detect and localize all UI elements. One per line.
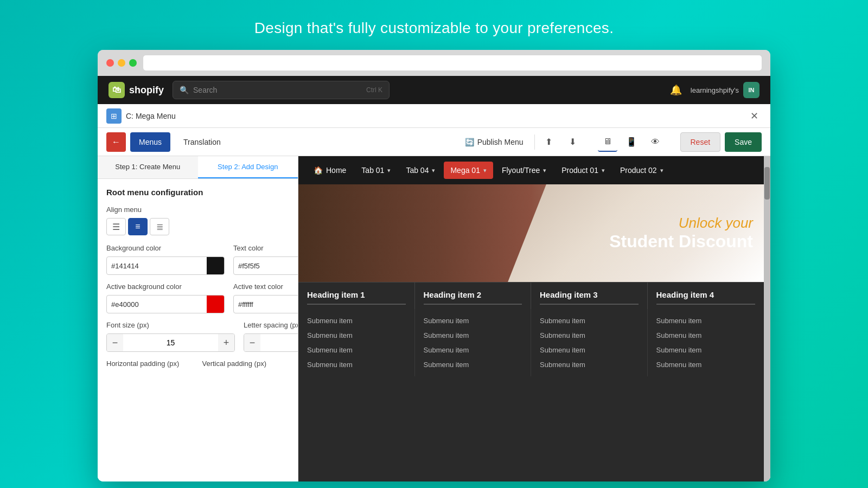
list-item[interactable]: Submenu item <box>424 357 522 372</box>
nav-mega01[interactable]: Mega 01 ▾ <box>444 162 493 179</box>
align-right-btn[interactable]: ≣ <box>150 218 169 235</box>
app-title: C: Mega Menu <box>126 112 176 120</box>
list-item[interactable]: Submenu item <box>540 328 639 343</box>
columns-body: Submenu item Submenu item Submenu item S… <box>298 309 764 376</box>
save-button[interactable]: Save <box>725 132 762 152</box>
nav-tab04-label: Tab 04 <box>406 166 429 175</box>
back-button[interactable]: ← <box>106 132 126 152</box>
align-center-btn[interactable]: ≡ <box>128 218 148 235</box>
active-text-input-wrap <box>233 295 298 313</box>
nav-product02-chevron: ▾ <box>660 167 663 174</box>
search-bar[interactable]: 🔍 Search Ctrl K <box>173 81 390 99</box>
search-placeholder: Search <box>193 86 217 94</box>
font-size-decrement[interactable]: − <box>107 333 123 352</box>
step2-tab[interactable]: Step 2: Add Design <box>198 156 298 178</box>
nav-home-label: Home <box>326 166 346 175</box>
list-item[interactable]: Submenu item <box>307 328 406 343</box>
col-body-1: Submenu item Submenu item Submenu item S… <box>298 309 415 376</box>
search-icon: 🔍 <box>180 86 189 94</box>
list-item[interactable]: Submenu item <box>424 328 522 343</box>
tab-translation[interactable]: Translation <box>175 132 229 152</box>
nav-flyout-chevron: ▾ <box>543 167 546 174</box>
nav-flyout[interactable]: Flyout/Tree ▾ <box>495 162 553 179</box>
upload-icon-btn[interactable]: ⬆ <box>539 132 559 152</box>
col-heading-3: Heading item 3 <box>531 282 648 309</box>
bg-color-swatch[interactable] <box>207 256 224 275</box>
font-size-input[interactable] <box>123 338 218 347</box>
preview-scrollbar[interactable] <box>764 156 770 481</box>
toolbar-divider <box>534 134 535 150</box>
step1-tab[interactable]: Step 1: Create Menu <box>98 156 198 178</box>
user-name: learningshpify's <box>691 86 739 94</box>
number-row-1: Font size (px) − + Letter spacing (px) − <box>106 321 289 352</box>
nav-product01-label: Product 01 <box>561 166 598 175</box>
list-item[interactable]: Submenu item <box>307 357 406 372</box>
bg-color-input-wrap <box>106 256 225 275</box>
preview-nav: 🏠 Home Tab 01 ▾ Tab 04 ▾ Mega 01 <box>298 156 764 184</box>
shopify-logo: 🛍 shopify <box>108 82 164 98</box>
font-size-increment[interactable]: + <box>218 333 234 352</box>
preview-view-btn[interactable]: 👁 <box>646 132 665 152</box>
active-bg-swatch[interactable] <box>207 295 224 313</box>
list-item[interactable]: Submenu item <box>540 357 639 372</box>
dot-green[interactable] <box>129 59 137 67</box>
browser-window: 🛍 shopify 🔍 Search Ctrl K 🔔 learningshpi… <box>98 50 770 481</box>
bg-color-field: Background color <box>106 244 225 275</box>
shopify-topbar: 🛍 shopify 🔍 Search Ctrl K 🔔 learningshpi… <box>98 76 770 104</box>
reset-button[interactable]: Reset <box>680 132 721 152</box>
nav-product01[interactable]: Product 01 ▾ <box>555 162 611 179</box>
list-item[interactable]: Submenu item <box>656 328 756 343</box>
desktop-view-btn[interactable]: 🖥 <box>598 132 617 152</box>
close-button[interactable]: ✕ <box>746 108 762 124</box>
nav-flyout-label: Flyout/Tree <box>502 166 540 175</box>
col-heading-2: Heading item 2 <box>415 282 532 309</box>
user-avatar: IN <box>743 82 760 98</box>
letter-spacing-input[interactable] <box>260 338 298 347</box>
active-text-input[interactable] <box>234 300 298 309</box>
scroll-thumb[interactable] <box>764 167 770 200</box>
app-icon-box: ⊞ <box>106 108 122 124</box>
letter-spacing-decrement[interactable]: − <box>244 333 260 352</box>
app-content: ⊞ C: Mega Menu ✕ ← Menus Translation 🔄 P… <box>98 104 770 481</box>
list-item[interactable]: Submenu item <box>307 313 406 328</box>
tablet-view-btn[interactable]: 📱 <box>622 132 641 152</box>
list-item[interactable]: Submenu item <box>656 313 756 328</box>
bell-icon[interactable]: 🔔 <box>670 84 682 96</box>
dot-yellow[interactable] <box>118 59 125 67</box>
nav-tab01[interactable]: Tab 01 ▾ <box>355 162 397 179</box>
nav-tab04[interactable]: Tab 04 ▾ <box>399 162 442 179</box>
active-bg-label: Active background color <box>106 282 225 291</box>
align-left-btn[interactable]: ☰ <box>106 218 126 235</box>
list-item[interactable]: Submenu item <box>540 343 639 357</box>
panel-content: Root menu configuration Align menu ☰ ≡ ≣… <box>98 179 298 481</box>
publish-menu-button[interactable]: 🔄 Publish Menu <box>458 138 530 146</box>
list-item[interactable]: Submenu item <box>424 343 522 357</box>
nav-home[interactable]: 🏠 Home <box>307 162 353 179</box>
list-item[interactable]: Submenu item <box>540 313 639 328</box>
bg-color-input[interactable] <box>107 262 207 270</box>
user-badge: learningshpify's IN <box>691 82 760 98</box>
address-bar[interactable] <box>143 55 762 70</box>
tab-menus[interactable]: Menus <box>130 132 170 152</box>
active-text-label: Active text color <box>233 282 298 291</box>
text-color-input[interactable] <box>234 262 298 270</box>
nav-product01-chevron: ▾ <box>602 167 605 174</box>
list-item[interactable]: Submenu item <box>424 313 522 328</box>
text-color-label: Text color <box>233 244 298 252</box>
bg-color-label: Background color <box>106 244 225 252</box>
app-title-area: ⊞ C: Mega Menu <box>106 108 740 124</box>
active-bg-input-wrap <box>106 295 225 313</box>
columns-header: Heading item 1 Heading item 2 Heading it… <box>298 282 764 309</box>
nav-tab01-label: Tab 01 <box>361 166 384 175</box>
banner-text: Unlock your Student Discount <box>609 215 753 252</box>
main-layout: Step 1: Create Menu Step 2: Add Design R… <box>98 156 770 481</box>
app-header: ⊞ C: Mega Menu ✕ <box>98 104 770 128</box>
nav-product02[interactable]: Product 02 ▾ <box>614 162 670 179</box>
v-padding-label: Vertical padding (px) <box>202 359 290 368</box>
download-icon-btn[interactable]: ⬇ <box>563 132 583 152</box>
list-item[interactable]: Submenu item <box>307 343 406 357</box>
list-item[interactable]: Submenu item <box>656 343 756 357</box>
active-bg-input[interactable] <box>107 300 207 309</box>
list-item[interactable]: Submenu item <box>656 357 756 372</box>
dot-red[interactable] <box>106 59 114 67</box>
